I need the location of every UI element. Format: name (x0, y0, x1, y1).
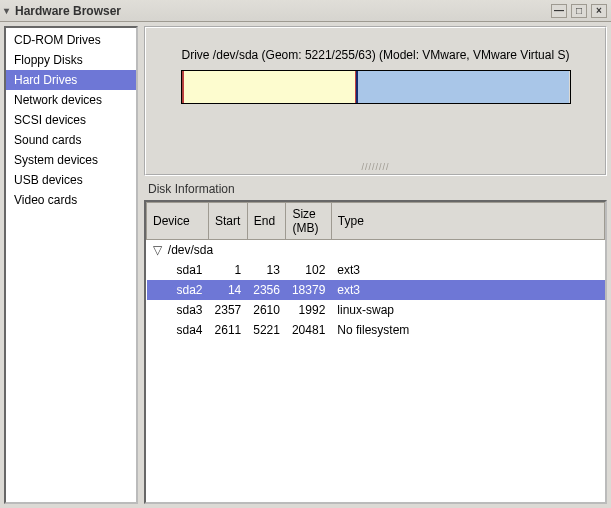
cell-end: 5221 (247, 320, 286, 340)
category-sidebar: CD-ROM DrivesFloppy DisksHard DrivesNetw… (4, 26, 138, 504)
col-device[interactable]: Device (147, 203, 209, 240)
partition-bar[interactable] (181, 70, 571, 104)
col-size[interactable]: Size (MB) (286, 203, 331, 240)
drive-preview-box: Drive /dev/sda (Geom: 5221/255/63) (Mode… (144, 26, 607, 176)
sidebar-item-video-cards[interactable]: Video cards (6, 190, 136, 210)
col-type[interactable]: Type (331, 203, 604, 240)
window-menu-icon[interactable]: ▾ (4, 5, 9, 16)
cell-start: 2357 (209, 300, 248, 320)
table-row[interactable]: sda214235618379ext3 (147, 280, 605, 300)
partition-segment-1[interactable] (183, 71, 356, 103)
sidebar-item-scsi-devices[interactable]: SCSI devices (6, 110, 136, 130)
table-row[interactable]: sda42611522120481No filesystem (147, 320, 605, 340)
close-button[interactable]: × (591, 4, 607, 18)
col-start[interactable]: Start (209, 203, 248, 240)
sidebar-item-usb-devices[interactable]: USB devices (6, 170, 136, 190)
parent-device-name: /dev/sda (168, 243, 213, 257)
sidebar-item-hard-drives[interactable]: Hard Drives (6, 70, 136, 90)
col-end[interactable]: End (247, 203, 286, 240)
workarea: CD-ROM DrivesFloppy DisksHard DrivesNetw… (0, 22, 611, 508)
partition-segment-2[interactable] (356, 71, 375, 103)
cell-device: sda3 (147, 300, 209, 320)
minimize-button[interactable]: — (551, 4, 567, 18)
cell-device: sda1 (147, 260, 209, 280)
titlebar[interactable]: ▾ Hardware Browser — □ × (0, 0, 611, 22)
cell-end: 13 (247, 260, 286, 280)
partition-segment-3[interactable] (375, 71, 569, 103)
cell-start: 2611 (209, 320, 248, 340)
sidebar-item-cd-rom-drives[interactable]: CD-ROM Drives (6, 30, 136, 50)
table-row-parent[interactable]: ▽ /dev/sda (147, 240, 605, 261)
sidebar-item-floppy-disks[interactable]: Floppy Disks (6, 50, 136, 70)
cell-size: 18379 (286, 280, 331, 300)
cell-type: linux-swap (331, 300, 604, 320)
cell-type: No filesystem (331, 320, 604, 340)
drive-label: Drive /dev/sda (Geom: 5221/255/63) (Mode… (182, 48, 570, 62)
cell-size: 1992 (286, 300, 331, 320)
cell-start: 1 (209, 260, 248, 280)
cell-size: 102 (286, 260, 331, 280)
table-row[interactable]: sda1113102ext3 (147, 260, 605, 280)
disk-info-heading: Disk Information (144, 180, 607, 196)
maximize-button[interactable]: □ (571, 4, 587, 18)
sidebar-item-network-devices[interactable]: Network devices (6, 90, 136, 110)
table-row[interactable]: sda3235726101992linux-swap (147, 300, 605, 320)
cell-device: sda2 (147, 280, 209, 300)
cell-type: ext3 (331, 280, 604, 300)
cell-end: 2356 (247, 280, 286, 300)
disk-info-table: Device Start End Size (MB) Type ▽ /dev/s… (146, 202, 605, 340)
resize-grip-icon[interactable]: //////// (361, 162, 389, 172)
cell-start: 14 (209, 280, 248, 300)
hardware-browser-window: ▾ Hardware Browser — □ × CD-ROM DrivesFl… (0, 0, 611, 508)
disk-info-table-wrapper: Device Start End Size (MB) Type ▽ /dev/s… (144, 200, 607, 504)
cell-end: 2610 (247, 300, 286, 320)
window-title: Hardware Browser (15, 4, 547, 18)
cell-device: sda4 (147, 320, 209, 340)
tree-collapse-icon[interactable]: ▽ (153, 243, 165, 257)
sidebar-item-sound-cards[interactable]: Sound cards (6, 130, 136, 150)
cell-type: ext3 (331, 260, 604, 280)
sidebar-item-system-devices[interactable]: System devices (6, 150, 136, 170)
cell-size: 20481 (286, 320, 331, 340)
main-panel: Drive /dev/sda (Geom: 5221/255/63) (Mode… (144, 26, 607, 504)
